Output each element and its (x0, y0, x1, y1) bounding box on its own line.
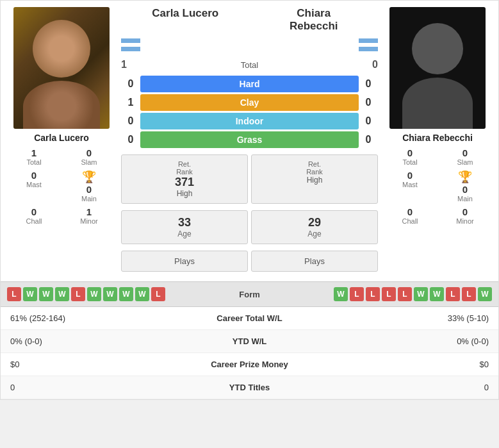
form-badge-left-W: W (135, 287, 149, 301)
left-name-top: Carla Lucero (121, 7, 250, 20)
left-chall-label: Chall (8, 217, 60, 225)
right-mast-value: 0 (384, 170, 436, 181)
right-player-photo (389, 7, 486, 129)
left-player-photo (13, 7, 110, 129)
form-badge-right-L: L (462, 287, 476, 301)
right-chall-value: 0 (384, 206, 436, 217)
left-player-name: Carla Lucero (34, 133, 89, 143)
left-player-col: Carla Lucero 1 Total 0 Slam 0 Mast 🏆 0 (7, 7, 116, 275)
stats-center-3: YTD Titles (175, 376, 324, 399)
left-mast-stat: 0 Mast (7, 169, 61, 204)
stats-row-2: $0 Career Prize Money $0 (1, 353, 498, 376)
clay-left-score: 1 (121, 97, 140, 108)
stats-right-2: $0 (324, 353, 498, 376)
form-badge-left-L: L (7, 287, 21, 301)
right-player-col: Chiara Rebecchi 0 Total 0 Slam 0 Mast 🏆 … (383, 7, 492, 275)
right-player-name: Chiara Rebecchi (402, 133, 473, 143)
right-age-box: 29 Age (251, 210, 378, 244)
stats-center-2: Career Prize Money (175, 353, 324, 376)
form-container: LWWWLWWWWL Form WLLLLWWLLW (1, 281, 498, 307)
left-rank-sub: High (131, 189, 238, 198)
grass-row: 0 Grass 0 (121, 131, 378, 148)
left-chall-value: 0 (8, 206, 60, 217)
hard-badge: Hard (140, 76, 359, 92)
stats-row-0: 61% (252-164) Career Total W/L 33% (5-10… (1, 307, 498, 330)
form-badge-right-L: L (398, 287, 412, 301)
stats-center-1: YTD W/L (175, 330, 324, 353)
left-trophy-icon: 🏆 (63, 170, 115, 184)
form-badge-right-W: W (414, 287, 428, 301)
right-minor-label: Minor (439, 217, 491, 225)
names-row: Carla Lucero ChiaraRebecchi (121, 7, 378, 33)
left-chall-stat: 0 Chall (7, 205, 61, 226)
top-area: Carla Lucero 1 Total 0 Slam 0 Mast 🏆 0 (1, 1, 498, 281)
form-badge-right-L: L (350, 287, 364, 301)
right-chall-label: Chall (384, 217, 436, 225)
stats-right-1: 0% (0-0) (324, 330, 498, 353)
hard-left-score: 0 (121, 78, 140, 90)
hard-right-score: 0 (359, 78, 378, 90)
flags-row (121, 36, 378, 54)
right-age-value: 29 (257, 216, 372, 229)
stats-left-1: 0% (0-0) (1, 330, 175, 353)
form-label: Form (224, 290, 275, 299)
right-rank-sub: High (261, 176, 368, 185)
right-plays-label: Plays (257, 256, 372, 266)
form-badge-left-W: W (119, 287, 133, 301)
left-mast-label: Mast (8, 181, 60, 188)
indoor-left-score: 0 (121, 115, 140, 127)
stats-row-1: 0% (0-0) YTD W/L 0% (0-0) (1, 330, 498, 353)
right-trophy-icon: 🏆 (439, 170, 491, 184)
form-badge-right-W: W (478, 287, 492, 301)
left-trophy-icon-col: 🏆 0 Main (62, 169, 116, 204)
clay-right-score: 0 (359, 97, 378, 108)
right-minor-value: 0 (439, 206, 491, 217)
total-left-score: 1 (121, 59, 127, 71)
left-minor-value: 1 (63, 206, 115, 217)
right-rank-box: Ret.Rank High (251, 154, 378, 204)
stats-table: 61% (252-164) Career Total W/L 33% (5-10… (1, 307, 498, 399)
left-age-value: 33 (127, 216, 242, 229)
left-rank-box: Ret.Rank 371 High (121, 154, 248, 204)
right-slam-stat: 0 Slam (438, 146, 492, 167)
left-plays-label: Plays (127, 256, 242, 266)
grass-badge: Grass (140, 131, 359, 148)
right-total-value: 0 (384, 147, 436, 158)
right-main-label: Main (439, 195, 491, 203)
right-trophy-icon-col: 🏆 0 Main (438, 169, 492, 204)
left-age-label: Age (127, 229, 242, 238)
right-age-label: Age (257, 229, 372, 238)
grass-right-score: 0 (359, 134, 378, 145)
form-right-badges: WLLLLWWLLW (275, 287, 493, 301)
age-row: 33 Age 29 Age (121, 210, 378, 244)
right-minor-stat: 0 Minor (438, 205, 492, 226)
main-container: Carla Lucero 1 Total 0 Slam 0 Mast 🏆 0 (0, 0, 499, 400)
form-badge-right-L: L (446, 287, 460, 301)
left-mast-value: 0 (8, 170, 60, 181)
form-badge-left-L: L (151, 287, 165, 301)
right-plays-box: Plays (251, 251, 378, 272)
right-total-stat: 0 Total (383, 146, 437, 167)
surface-rows: 0 Hard 0 1 Clay 0 0 Indoor 0 (121, 76, 378, 148)
total-right-score: 0 (372, 59, 378, 71)
left-main-label: Main (63, 195, 115, 203)
form-badge-right-L: L (382, 287, 396, 301)
clay-row: 1 Clay 0 (121, 94, 378, 111)
form-badge-left-W: W (103, 287, 117, 301)
stats-row-3: 0 YTD Titles 0 (1, 376, 498, 399)
stats-left-0: 61% (252-164) (1, 307, 175, 330)
right-mast-label: Mast (384, 181, 436, 188)
form-badge-left-L: L (71, 287, 85, 301)
left-player-stats: 1 Total 0 Slam 0 Mast 🏆 0 Main 0 (7, 146, 116, 226)
right-slam-value: 0 (439, 147, 491, 158)
grass-left-score: 0 (121, 134, 140, 145)
stats-center-0: Career Total W/L (175, 307, 324, 330)
left-slam-value: 0 (63, 147, 115, 158)
indoor-row: 0 Indoor 0 (121, 113, 378, 129)
right-rank-title: Ret.Rank (261, 160, 368, 176)
right-flag (359, 36, 378, 54)
center-col: Carla Lucero ChiaraRebecchi (121, 7, 378, 275)
stats-right-0: 33% (5-10) (324, 307, 498, 330)
form-badge-left-W: W (39, 287, 53, 301)
left-total-label: Total (8, 158, 60, 166)
